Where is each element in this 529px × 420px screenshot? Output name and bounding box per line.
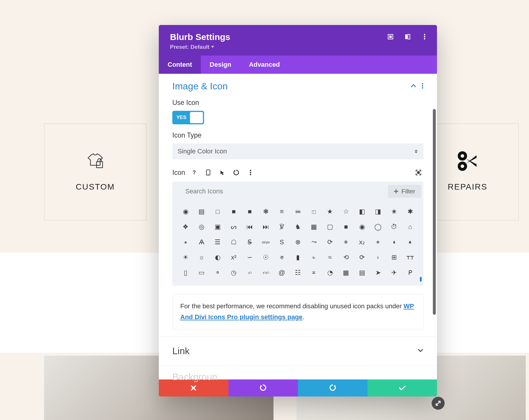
search-icons-input[interactable] bbox=[185, 184, 388, 199]
sticky-o-icon[interactable]: ▢ bbox=[322, 219, 338, 235]
filter-button[interactable]: Filter bbox=[388, 185, 421, 198]
section-more-icon[interactable] bbox=[422, 83, 423, 90]
blurb-card-custom[interactable]: CUSTOM bbox=[44, 123, 146, 220]
expand-icon[interactable] bbox=[387, 33, 394, 40]
strike-icon[interactable]: S̶ bbox=[242, 235, 258, 250]
teeth-open-icon[interactable]: ▤ bbox=[354, 265, 370, 280]
sync-icon[interactable]: ⟲ bbox=[338, 250, 354, 265]
strava-icon[interactable]: Ѧ bbox=[194, 235, 210, 250]
taxi-icon[interactable]: 🚕︎ bbox=[306, 265, 322, 280]
syringe-icon[interactable]: 💉︎ bbox=[370, 250, 386, 265]
sun-icon[interactable]: ☀ bbox=[178, 250, 194, 265]
sticky-icon[interactable]: ▦ bbox=[306, 219, 322, 235]
icon-type-select[interactable]: Single Color Icon bbox=[172, 143, 423, 159]
stackoverflow-icon[interactable]: ⩸ bbox=[290, 204, 306, 219]
pool-icon[interactable]: ≈ bbox=[322, 250, 338, 265]
supple-icon[interactable]: ∽ bbox=[242, 250, 258, 265]
icon-grid-scrollbar[interactable] bbox=[420, 277, 422, 282]
store-icon[interactable]: ⌂ bbox=[402, 219, 418, 235]
star-half-alt-icon[interactable]: ✬ bbox=[386, 204, 402, 219]
layers-icon[interactable]: ❖ bbox=[178, 219, 194, 235]
section-link[interactable]: Link bbox=[159, 337, 437, 366]
studiov-icon[interactable]: ⤳ bbox=[306, 235, 322, 250]
steam-sym-icon[interactable]: ᔕ bbox=[226, 219, 242, 235]
reset-icon[interactable] bbox=[231, 168, 241, 178]
tablet-icon[interactable]: ▯ bbox=[178, 265, 194, 280]
stop-circle-icon[interactable]: ◉ bbox=[354, 219, 370, 235]
swimmer-icon[interactable]: 🏊︎ bbox=[306, 250, 322, 265]
stop-icon[interactable]: ■ bbox=[338, 219, 354, 235]
tab-content[interactable]: Content bbox=[159, 56, 201, 74]
surprise-icon[interactable]: ☉ bbox=[258, 250, 274, 265]
suitcase-icon[interactable]: 🧳︎ bbox=[386, 235, 402, 250]
step-fwd-icon[interactable]: ⏭ bbox=[258, 219, 274, 235]
asterisk-icon[interactable]: ✱ bbox=[402, 204, 418, 219]
globe-icon[interactable]: 🌐︎ bbox=[338, 235, 354, 250]
section-background[interactable]: Backgroun bbox=[159, 366, 437, 384]
stumble-icon[interactable]: ⟳ bbox=[322, 235, 338, 250]
superpowers-icon[interactable]: ◐ bbox=[210, 250, 226, 265]
sun-o-icon[interactable]: ☼ bbox=[194, 250, 210, 265]
sync-alt-icon[interactable]: ⟳ bbox=[354, 250, 370, 265]
tab-design[interactable]: Design bbox=[201, 56, 240, 74]
square-o-icon[interactable]: □ bbox=[210, 204, 226, 219]
tags-icon[interactable]: 🏷︎🏷︎ bbox=[258, 265, 274, 280]
dashboard-icon[interactable]: ◷ bbox=[226, 265, 242, 280]
stamp-icon[interactable]: ⏍ bbox=[306, 204, 322, 219]
steam-icon[interactable]: ◎ bbox=[194, 219, 210, 235]
stack-icon[interactable]: ≡ bbox=[274, 204, 290, 219]
field-more-icon[interactable] bbox=[246, 168, 256, 178]
tab-advanced[interactable]: Advanced bbox=[240, 56, 288, 74]
help-icon[interactable]: ? bbox=[189, 168, 199, 178]
teamspeak-icon[interactable]: ◔ bbox=[322, 265, 338, 280]
step-back-icon[interactable]: ⏮ bbox=[242, 219, 258, 235]
star-half-o-icon[interactable]: ◨ bbox=[370, 204, 386, 219]
snap-icon[interactable] bbox=[404, 33, 411, 40]
stethoscope-icon[interactable]: ℣ bbox=[274, 219, 290, 235]
square-icon[interactable]: ■ bbox=[226, 204, 242, 219]
stripe-icon[interactable]: stripe bbox=[258, 235, 274, 250]
star-half-icon[interactable]: ◧ bbox=[354, 204, 370, 219]
tencent-icon[interactable]: ᑭ bbox=[402, 265, 418, 280]
subway-icon[interactable]: 🚇︎ bbox=[370, 235, 386, 250]
fullscreen-icon[interactable] bbox=[413, 168, 423, 178]
panel-scrollbar[interactable] bbox=[433, 109, 436, 315]
collapse-icon[interactable] bbox=[410, 84, 416, 89]
storefront-icon[interactable]: 🏠︎ bbox=[178, 235, 194, 250]
device-icon[interactable] bbox=[203, 168, 213, 178]
stripe-s-icon[interactable]: S bbox=[274, 235, 290, 250]
tablet-alt-icon[interactable]: ▭ bbox=[194, 265, 210, 280]
horse-icon[interactable]: ♞ bbox=[290, 219, 306, 235]
telegram-icon[interactable]: ➤ bbox=[370, 265, 386, 280]
table-icon[interactable]: ⊞ bbox=[386, 250, 402, 265]
tasks-icon[interactable]: ☷ bbox=[290, 265, 306, 280]
tag-icon[interactable]: 🏷︎ bbox=[242, 265, 258, 280]
globe-af-icon[interactable]: 🌍︎ bbox=[274, 250, 290, 265]
steam-sq-icon[interactable]: ▣ bbox=[210, 219, 226, 235]
squarespace-icon[interactable]: ❃ bbox=[258, 204, 274, 219]
stop-circle-o-icon[interactable]: ◯ bbox=[370, 219, 386, 235]
stream-icon[interactable]: ☰ bbox=[210, 235, 226, 250]
street-view-icon[interactable]: ☖ bbox=[226, 235, 242, 250]
lock-icon[interactable]: 🔒︎ bbox=[402, 235, 418, 250]
superscript-icon[interactable]: x² bbox=[226, 250, 242, 265]
spray-can-icon[interactable]: ▤ bbox=[194, 204, 210, 219]
square-fill-icon[interactable]: ■ bbox=[242, 204, 258, 219]
swatch-icon[interactable]: ▮ bbox=[290, 250, 306, 265]
snail-icon[interactable]: @ bbox=[274, 265, 290, 280]
resize-handle[interactable] bbox=[432, 397, 445, 410]
hover-icon[interactable] bbox=[217, 168, 227, 178]
spotify-icon[interactable]: ◉ bbox=[178, 204, 194, 219]
stopwatch-icon[interactable]: ⏱ bbox=[386, 219, 402, 235]
stroop-icon[interactable]: ⊗ bbox=[290, 235, 306, 250]
pills-icon[interactable]: ⚬ bbox=[210, 265, 226, 280]
subscript-icon[interactable]: x₂ bbox=[354, 235, 370, 250]
preset-dropdown[interactable]: Preset: Default bbox=[170, 44, 426, 50]
teeth-icon[interactable]: ▦ bbox=[338, 265, 354, 280]
star-o-icon[interactable]: ☆ bbox=[338, 204, 354, 219]
section-title[interactable]: Image & Icon bbox=[172, 81, 228, 92]
more-icon[interactable] bbox=[421, 33, 428, 40]
star-icon[interactable]: ★ bbox=[322, 204, 338, 219]
tt-icon[interactable]: ᴛᴛ bbox=[402, 250, 418, 265]
use-icon-toggle[interactable]: YES bbox=[172, 111, 204, 124]
